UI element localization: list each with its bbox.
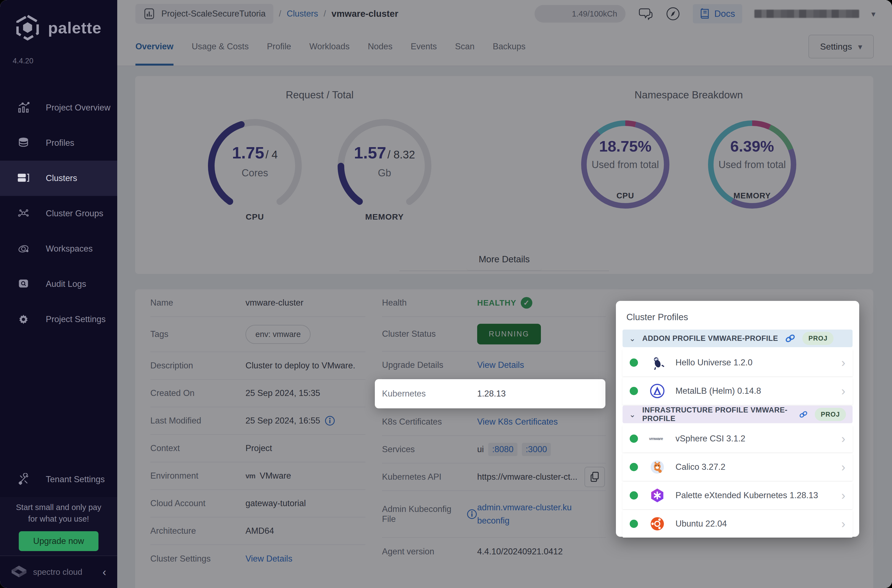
app-version: 4.4.20 — [0, 41, 117, 65]
sidebar-footer: spectro cloud ‹ — [0, 555, 117, 588]
pack-status-green-dot — [630, 463, 638, 471]
profile-pack-row-vsphere-csi-3-1-2[interactable]: vmwarevSphere CSI 3.1.2› — [623, 425, 853, 452]
palette-logo-icon — [14, 14, 41, 41]
chevron-right-icon: › — [841, 517, 845, 531]
servers-icon — [17, 172, 30, 184]
network-icon — [17, 207, 30, 220]
palette-logo: palette — [0, 0, 117, 41]
pack-name: vSphere CSI 3.1.2 — [675, 434, 841, 444]
hello-universe-icon — [649, 354, 666, 371]
profile-section-title: INFRASTRUCTURE PROFILE VMWARE-PROFILE — [642, 406, 792, 423]
profile-section-title: ADDON PROFILE VMWARE-PROFILE — [642, 334, 778, 343]
pack-status-green-dot — [630, 387, 638, 395]
cluster-profiles-title: Cluster Profiles — [626, 312, 853, 322]
pack-name: MetalLB (Helm) 0.14.8 — [675, 386, 841, 396]
promo-text: Start small and only pay for what you us… — [16, 501, 101, 525]
cluster-profiles-panel: Cluster Profiles ⌄ADDON PROFILE VMWARE-P… — [616, 301, 859, 537]
pxk-icon — [649, 487, 666, 504]
sidebar-item-audit-logs[interactable]: Audit Logs — [0, 267, 117, 302]
profile-pack-row-metallb-helm-0-14-8[interactable]: MetalLB (Helm) 0.14.8› — [623, 377, 853, 405]
chevron-right-icon: › — [841, 460, 845, 474]
tools-icon — [17, 473, 30, 486]
pack-name: Palette eXtended Kubernetes 1.28.13 — [675, 490, 841, 500]
pack-status-green-dot — [630, 358, 638, 367]
proj-scope-badge: PROJ — [815, 408, 846, 421]
sidebar-item-workspaces[interactable]: Workspaces — [0, 231, 117, 267]
proj-scope-badge: PROJ — [802, 332, 833, 345]
chevron-right-icon: › — [841, 384, 845, 398]
chevron-down-icon: ⌄ — [629, 410, 635, 419]
sidebar: palette 4.4.20 Project OverviewProfilesC… — [0, 0, 117, 588]
sidebar-item-label: Profiles — [46, 138, 74, 148]
vmware-icon: vmware — [649, 430, 666, 447]
pack-name: Hello Universe 1.2.0 — [675, 358, 841, 368]
logo-text: palette — [48, 18, 101, 37]
tenant-settings-slot: Tenant Settings — [0, 462, 117, 497]
pack-name: Ubuntu 22.04 — [675, 519, 841, 529]
spectro-cloud-logo-icon — [11, 565, 27, 579]
pack-status-green-dot — [630, 491, 638, 500]
profile-pack-row-hello-universe-1-2-0[interactable]: Hello Universe 1.2.0› — [623, 349, 853, 376]
sidebar-item-label: Project Settings — [46, 314, 106, 324]
audit-icon — [17, 278, 30, 290]
chevron-down-icon: ⌄ — [629, 334, 635, 343]
sidebar-item-label: Project Overview — [46, 103, 110, 113]
kubernetes-label: Kubernetes — [382, 389, 477, 399]
ubuntu-icon — [649, 516, 666, 532]
pack-name: Calico 3.27.2 — [675, 462, 841, 472]
svg-text:vmware: vmware — [649, 436, 663, 441]
chevron-right-icon: › — [841, 432, 845, 446]
layers-icon — [17, 136, 30, 149]
kubernetes-version-value: 1.28.13 — [477, 389, 505, 399]
sidebar-item-project-settings[interactable]: Project Settings — [0, 302, 117, 337]
palette-app-window: palette 4.4.20 Project OverviewProfilesC… — [0, 0, 892, 588]
sidebar-collapse-icon[interactable]: ‹ — [102, 566, 106, 578]
profile-section-header-infrastructure[interactable]: ⌄INFRASTRUCTURE PROFILE VMWARE-PROFILEPR… — [623, 406, 853, 423]
gear-icon — [17, 313, 30, 326]
profile-section-header-addon[interactable]: ⌄ADDON PROFILE VMWARE-PROFILEPROJ — [623, 330, 853, 347]
sidebar-item-label: Clusters — [46, 173, 77, 183]
chevron-right-icon: › — [841, 356, 845, 369]
sidebar-item-label: Cluster Groups — [46, 208, 103, 219]
upgrade-promo: Start small and only pay for what you us… — [0, 497, 117, 555]
link-icon — [785, 334, 796, 343]
profile-pack-row-ubuntu-22-04[interactable]: Ubuntu 22.04› — [623, 510, 853, 538]
chevron-right-icon: › — [841, 489, 845, 502]
sidebar-item-profiles[interactable]: Profiles — [0, 125, 117, 160]
profile-pack-row-palette-extended-kubernetes-1-28-13[interactable]: Palette eXtended Kubernetes 1.28.13› — [623, 482, 853, 509]
sidebar-item-label: Tenant Settings — [46, 474, 105, 484]
brand-text: spectro cloud — [33, 567, 102, 577]
cluster-profiles-sections: ⌄ADDON PROFILE VMWARE-PROFILEPROJHello U… — [623, 330, 853, 538]
row-kubernetes-spotlight: Kubernetes 1.28.13 — [375, 379, 605, 408]
chart-icon — [17, 101, 30, 114]
sidebar-item-project-overview[interactable]: Project Overview — [0, 90, 117, 125]
metallb-icon — [649, 383, 666, 399]
sidebar-item-tenant-settings[interactable]: Tenant Settings — [0, 462, 117, 497]
orbit-icon — [17, 243, 30, 255]
profile-pack-row-calico-3-27-2[interactable]: Calico 3.27.2› — [623, 453, 853, 481]
sidebar-item-label: Audit Logs — [46, 279, 86, 289]
upgrade-now-button[interactable]: Upgrade now — [19, 531, 98, 551]
sidebar-item-clusters[interactable]: Clusters — [0, 160, 117, 196]
link-icon — [799, 410, 808, 419]
pack-status-green-dot — [630, 520, 638, 528]
pack-status-green-dot — [630, 435, 638, 443]
sidebar-nav: Project OverviewProfilesClustersCluster … — [0, 90, 117, 337]
sidebar-item-cluster-groups[interactable]: Cluster Groups — [0, 196, 117, 231]
calico-icon — [649, 459, 666, 475]
sidebar-item-label: Workspaces — [46, 244, 93, 254]
